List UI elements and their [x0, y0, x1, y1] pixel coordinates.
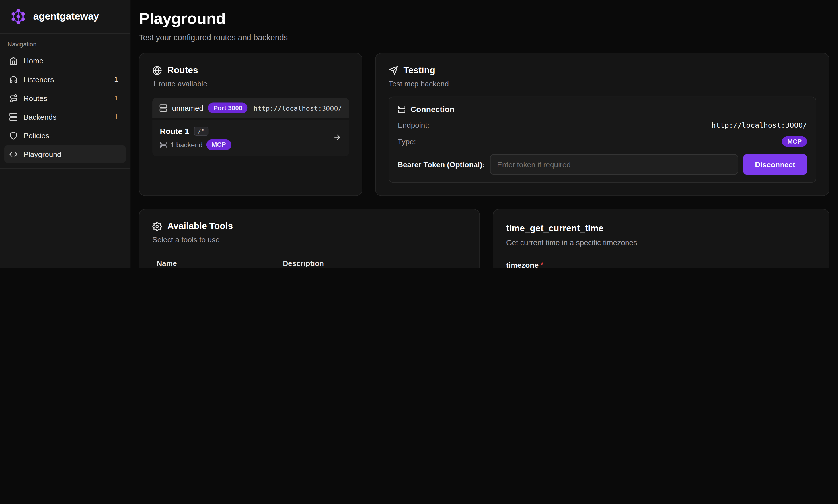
routes-card-title: Routes	[168, 65, 198, 76]
sidebar-divider	[0, 168, 130, 169]
bearer-token-label: Bearer Token (Optional):	[398, 160, 485, 169]
brand[interactable]: agentgateway	[0, 0, 130, 33]
sidebar-item-label: Backends	[24, 112, 108, 121]
route-backend-count: 1 backend	[171, 141, 203, 149]
route-icon	[8, 94, 18, 103]
sidebar-item-policies[interactable]: Policies	[4, 127, 125, 144]
nav-section-label: Navigation	[0, 34, 130, 52]
testing-card-subtitle: Test mcp backend	[388, 79, 816, 88]
sidebar-item-label: Routes	[24, 94, 108, 102]
sidebar-item-listeners[interactable]: Listeners 1	[4, 71, 125, 88]
bearer-token-input[interactable]	[490, 155, 738, 175]
route-name: Route 1	[160, 127, 189, 136]
app-root: agentgateway Navigation Home Listeners 1	[0, 0, 838, 269]
routes-count-badge: 1	[114, 94, 121, 102]
available-tools-card: Available Tools Select a tools to use Na…	[139, 209, 480, 269]
server-icon	[160, 141, 167, 148]
connection-type-badge: MCP	[782, 136, 807, 147]
gear-icon	[152, 221, 162, 231]
home-icon	[8, 56, 18, 65]
sidebar-nav: Home Listeners 1 Routes 1 Ba	[0, 52, 130, 168]
listeners-count-badge: 1	[114, 75, 121, 83]
sidebar: agentgateway Navigation Home Listeners 1	[0, 0, 130, 269]
tools-card-title: Available Tools	[168, 221, 233, 232]
disconnect-button[interactable]: Disconnect	[743, 155, 807, 175]
routes-card-subtitle: 1 route available	[152, 79, 349, 88]
sidebar-item-playground[interactable]: Playground	[4, 145, 125, 163]
backends-count-badge: 1	[114, 113, 121, 121]
server-icon	[398, 105, 406, 113]
server-icon	[8, 112, 18, 121]
port-badge: Port 3000	[208, 102, 248, 113]
runner-tool-title: time_get_current_time	[506, 223, 816, 234]
endpoint-value: http://localhost:3000/	[711, 121, 807, 129]
arrow-right-icon	[333, 133, 342, 144]
route-type-badge: MCP	[206, 139, 231, 150]
routes-card: Routes 1 route available unnamed Port 30…	[139, 53, 362, 196]
sidebar-item-home[interactable]: Home	[4, 52, 125, 69]
timezone-field-label: timezone	[506, 260, 539, 269]
endpoint-label: Endpoint:	[398, 121, 429, 129]
globe-icon	[152, 66, 162, 75]
column-header-name: Name	[157, 255, 283, 269]
tools-table: Name Description time_get_current_time G…	[152, 255, 467, 269]
connection-title: Connection	[411, 105, 455, 114]
listener-row[interactable]: unnamed Port 3000 http://localhost:3000/	[152, 98, 349, 118]
route-item[interactable]: Route 1 /* 1 backend MCP	[152, 120, 349, 157]
required-marker: *	[541, 260, 544, 269]
testing-card-title: Testing	[404, 65, 435, 76]
tool-runner-card: time_get_current_time Get current time i…	[493, 209, 830, 269]
sidebar-item-label: Listeners	[24, 75, 108, 84]
tools-table-header: Name Description	[152, 255, 467, 269]
sidebar-item-routes[interactable]: Routes 1	[4, 89, 125, 107]
tools-card-subtitle: Select a tools to use	[152, 235, 467, 244]
runner-tool-subtitle: Get current time in a specific timezones	[506, 238, 816, 247]
shield-icon	[8, 131, 18, 140]
sidebar-item-backends[interactable]: Backends 1	[4, 108, 125, 125]
listener-url: http://localhost:3000/	[254, 104, 342, 112]
brand-name: agentgateway	[33, 11, 99, 22]
page-title: Playground	[139, 10, 830, 28]
send-icon	[388, 66, 398, 75]
agentgateway-logo-icon	[8, 7, 28, 26]
testing-card: Testing Test mcp backend Connection Endp…	[375, 53, 830, 196]
listener-name: unnamed	[172, 104, 204, 112]
sidebar-item-label: Policies	[24, 131, 122, 140]
sidebar-item-label: Home	[24, 56, 122, 65]
main-content: Playground Test your configured routes a…	[130, 0, 838, 269]
connection-panel: Connection Endpoint: http://localhost:30…	[388, 97, 816, 183]
column-header-description: Description	[283, 255, 462, 269]
listener-group: unnamed Port 3000 http://localhost:3000/…	[152, 98, 349, 157]
code-icon	[8, 150, 18, 159]
page-subtitle: Test your configured routes and backends	[139, 33, 830, 42]
route-path-badge: /*	[194, 127, 209, 136]
sidebar-item-label: Playground	[24, 150, 122, 158]
headphones-icon	[8, 75, 18, 84]
server-icon	[159, 104, 168, 112]
type-label: Type:	[398, 137, 416, 146]
